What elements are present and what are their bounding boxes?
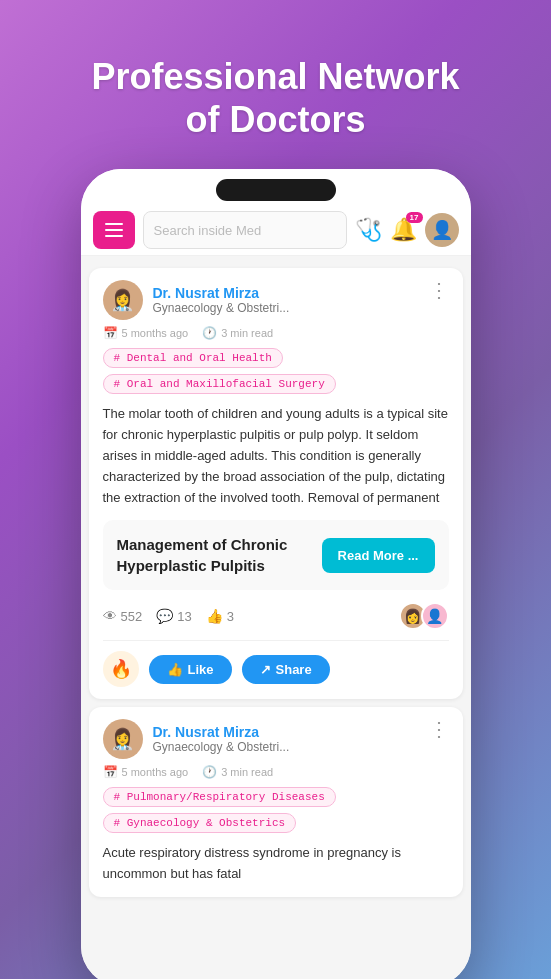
likes-count-1: 3 [227, 609, 234, 624]
views-icon-1: 👁 [103, 608, 117, 624]
hero-title: Professional Network of Doctors [61, 55, 489, 141]
post-meta-2: 📅 5 months ago 🕐 3 min read [103, 765, 449, 779]
calendar-icon-1: 📅 [103, 326, 118, 340]
author-avatar-2: 👩‍⚕️ [103, 719, 143, 759]
likes-icon-1: 👍 [206, 608, 223, 624]
author-name-1[interactable]: Dr. Nusrat Mirza [153, 285, 290, 301]
post-actions-1: 🔥 👍 Like ↗ Share [103, 640, 449, 687]
tags-row-2: # Pulmonary/Respiratory Diseases # Gynae… [103, 787, 449, 833]
clock-icon-1: 🕐 [202, 326, 217, 340]
author-avatar-1: 👩‍⚕️ [103, 280, 143, 320]
post-card-1: 👩‍⚕️ Dr. Nusrat Mirza Gynaecology & Obst… [89, 268, 463, 699]
search-input[interactable]: Search inside Med [143, 211, 347, 249]
phone-notch [81, 169, 471, 205]
thumbs-up-icon: 👍 [167, 662, 183, 677]
stethoscope-icon[interactable]: 🩺 [355, 217, 382, 243]
tag-gynaecology[interactable]: # Gynaecology & Obstetrics [103, 813, 297, 833]
feed: 👩‍⚕️ Dr. Nusrat Mirza Gynaecology & Obst… [81, 256, 471, 979]
author-info-2: 👩‍⚕️ Dr. Nusrat Mirza Gynaecology & Obst… [103, 719, 290, 759]
post-preview-1: Management of Chronic Hyperplastic Pulpi… [103, 520, 449, 590]
tag-oral-surgery[interactable]: # Oral and Maxillofacial Surgery [103, 374, 336, 394]
author-name-2[interactable]: Dr. Nusrat Mirza [153, 724, 290, 740]
notch-bar [216, 179, 336, 201]
preview-title-1: Management of Chronic Hyperplastic Pulpi… [117, 534, 312, 576]
post-meta-1: 📅 5 months ago 🕐 3 min read [103, 326, 449, 340]
top-icons: 🩺 🔔 17 👤 [355, 213, 459, 247]
post-body-1: The molar tooth of children and young ad… [103, 404, 449, 508]
phone-frame: Search inside Med 🩺 🔔 17 👤 👩‍⚕️ Dr. Nusr… [81, 169, 471, 979]
author-info-1: 👩‍⚕️ Dr. Nusrat Mirza Gynaecology & Obst… [103, 280, 290, 320]
user-avatar[interactable]: 👤 [425, 213, 459, 247]
more-options-1[interactable]: ⋮ [429, 280, 449, 300]
notification-badge: 17 [406, 212, 423, 223]
author-specialty-2: Gynaecology & Obstetri... [153, 740, 290, 754]
author-specialty-1: Gynaecology & Obstetri... [153, 301, 290, 315]
tag-dental[interactable]: # Dental and Oral Health [103, 348, 283, 368]
share-button-1[interactable]: ↗ Share [242, 655, 330, 684]
post-header-1: 👩‍⚕️ Dr. Nusrat Mirza Gynaecology & Obst… [103, 280, 449, 320]
calendar-icon-2: 📅 [103, 765, 118, 779]
post-stats-1: 👁 552 💬 13 👍 3 👩 👤 [103, 602, 449, 630]
comments-count-1: 13 [177, 609, 191, 624]
tags-row-1: # Dental and Oral Health # Oral and Maxi… [103, 348, 449, 394]
more-options-2[interactable]: ⋮ [429, 719, 449, 739]
comments-icon-1: 💬 [156, 608, 173, 624]
notification-bell[interactable]: 🔔 17 [390, 217, 417, 243]
views-count-1: 552 [121, 609, 143, 624]
post-card-2: 👩‍⚕️ Dr. Nusrat Mirza Gynaecology & Obst… [89, 707, 463, 897]
hamburger-icon [105, 223, 123, 237]
likers-avatars: 👩 👤 [399, 602, 449, 630]
fire-icon: 🔥 [103, 651, 139, 687]
menu-button[interactable] [93, 211, 135, 249]
like-button-1[interactable]: 👍 Like [149, 655, 232, 684]
liker-avatar-2: 👤 [421, 602, 449, 630]
read-more-button-1[interactable]: Read More ... [322, 538, 435, 573]
clock-icon-2: 🕐 [202, 765, 217, 779]
share-icon: ↗ [260, 662, 271, 677]
top-bar: Search inside Med 🩺 🔔 17 👤 [81, 205, 471, 256]
post-header-2: 👩‍⚕️ Dr. Nusrat Mirza Gynaecology & Obst… [103, 719, 449, 759]
post-body-2: Acute respiratory distress syndrome in p… [103, 843, 449, 885]
tag-pulmonary[interactable]: # Pulmonary/Respiratory Diseases [103, 787, 336, 807]
